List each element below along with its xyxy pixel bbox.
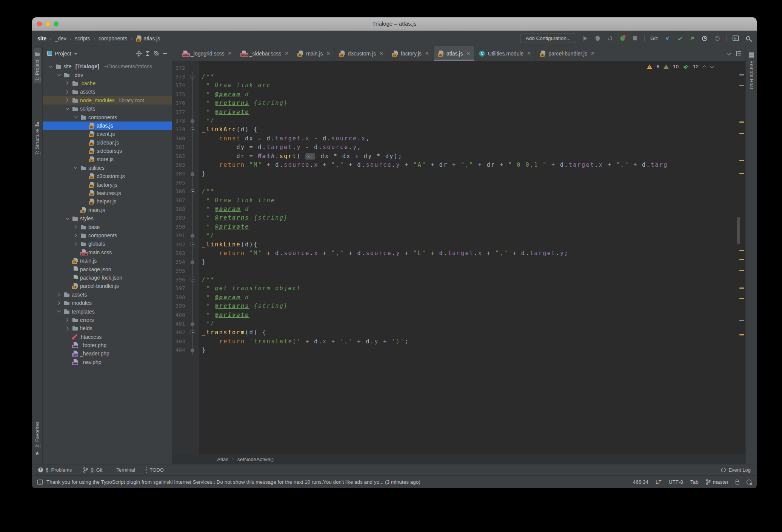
tree-item-styles[interactable]: styles (43, 214, 172, 223)
editor-tab-mainjs[interactable]: JSmain.js✕ (293, 46, 335, 61)
stripe-mark[interactable] (739, 320, 744, 321)
fold-start-icon[interactable] (191, 331, 194, 334)
tree-item-sidebarsjs[interactable]: JSsidebars.js (43, 147, 172, 155)
tree-item-assets[interactable]: assets (43, 88, 172, 96)
chevron-right-icon[interactable] (73, 241, 79, 247)
fold-gutter[interactable] (189, 293, 196, 301)
stripe-mark[interactable] (739, 250, 744, 251)
stripe-mark[interactable] (739, 121, 744, 123)
tree-item-helperjs[interactable]: JShelper.js (43, 197, 172, 206)
tree-item-components[interactable]: components (43, 113, 172, 121)
chevron-right-icon[interactable] (56, 300, 62, 306)
caret-position[interactable]: 466:34 (633, 479, 648, 485)
tree-item-_dev[interactable]: _dev (43, 71, 172, 79)
tree-item-site[interactable]: site[Trialoge]~/Documents/htdocs (43, 62, 172, 71)
editor-breadcrumb-item[interactable]: Atlas (217, 457, 228, 462)
tree-item-mainjs[interactable]: JSmain.js (43, 257, 172, 265)
stripe-mark[interactable] (739, 133, 744, 134)
breadcrumb-item-atlasjs[interactable]: JSatlas.js (136, 35, 160, 42)
chevron-down-icon[interactable] (73, 114, 79, 120)
fold-end-icon[interactable] (191, 322, 194, 326)
git-update-icon[interactable] (664, 35, 671, 42)
file-encoding[interactable]: UTF-8 (669, 479, 683, 485)
next-problem-icon[interactable] (710, 65, 714, 68)
fold-gutter[interactable] (189, 63, 196, 72)
close-tab-icon[interactable]: ✕ (527, 51, 531, 56)
fold-end-icon[interactable] (191, 119, 194, 123)
stop-icon[interactable] (632, 35, 639, 42)
editor-tab-factoryjs[interactable]: JSfactory.js✕ (388, 46, 434, 61)
editor-tab-d3customjs[interactable]: JSd3custom.js✕ (335, 46, 388, 61)
tree-item-factoryjs[interactable]: JSfactory.js (43, 180, 172, 189)
close-tab-icon[interactable]: ✕ (228, 51, 232, 56)
tool-stripe-project[interactable]: 1: Project (34, 48, 41, 83)
editor-tab-atlasjs[interactable]: JSatlas.js✕ (434, 46, 475, 61)
history-icon[interactable] (701, 35, 708, 42)
stripe-mark[interactable] (739, 270, 744, 271)
close-tab-icon[interactable]: ✕ (326, 51, 331, 56)
tree-item-cache[interactable]: .cache (43, 79, 172, 88)
code-area[interactable]: 372373/**374 * Draw link arc375 * @param… (172, 63, 736, 355)
tree-item-mainjs[interactable]: JSmain.js (43, 206, 172, 214)
tree-item-fields[interactable]: fields (43, 324, 172, 332)
git-branch-widget[interactable]: master (706, 479, 728, 485)
breadcrumb-item-site[interactable]: site (37, 35, 46, 42)
fold-gutter[interactable] (189, 258, 196, 266)
close-tab-icon[interactable]: ✕ (466, 51, 470, 56)
run-icon[interactable] (582, 35, 589, 42)
fold-gutter[interactable] (189, 204, 196, 213)
fold-gutter[interactable] (189, 302, 196, 311)
fold-gutter[interactable] (189, 160, 196, 169)
readonly-lock-icon[interactable] (736, 481, 739, 484)
gear-icon[interactable] (153, 51, 159, 57)
tree-item-mainscss[interactable]: SASSmain.scss (43, 248, 172, 257)
close-tab-icon[interactable]: ✕ (379, 51, 383, 56)
tree-item-featuresjs[interactable]: JSfeatures.js (43, 189, 172, 197)
fold-end-icon[interactable] (191, 172, 194, 176)
chevron-right-icon[interactable] (65, 317, 70, 323)
prev-problem-icon[interactable] (703, 65, 706, 68)
fold-gutter[interactable] (189, 240, 196, 249)
stripe-mark[interactable] (739, 173, 744, 174)
tab-list-icon[interactable] (736, 51, 741, 56)
rollback-icon[interactable] (714, 35, 720, 42)
tool-stripe-remote-host[interactable]: Remote Host (748, 50, 755, 92)
collapse-all-icon[interactable] (145, 51, 151, 57)
run-with-coverage-icon[interactable] (619, 35, 626, 42)
hide-panel-icon[interactable] (162, 51, 168, 57)
stripe-mark[interactable] (739, 85, 744, 86)
editor-tab-parcelbundlerjs[interactable]: JSparcel-bundler.js✕ (536, 46, 599, 61)
fold-gutter[interactable] (189, 222, 196, 231)
stripe-mark[interactable] (739, 298, 744, 299)
tree-item-_footerphp[interactable]: PHP_footer.php (43, 341, 172, 349)
git-commit-icon[interactable] (676, 35, 683, 42)
fold-gutter[interactable] (189, 214, 196, 222)
stripe-mark[interactable] (739, 259, 744, 260)
toolwindow-button-TODO[interactable]: TODO (146, 467, 164, 473)
tool-stripe-structure[interactable]: 7: Structure (34, 120, 41, 157)
git-push-icon[interactable] (689, 35, 696, 42)
tree-item-storejs[interactable]: JSstore.js (43, 155, 172, 163)
locate-file-icon[interactable] (136, 51, 142, 57)
titlebar[interactable]: Trialoge – atlas.js (32, 17, 757, 31)
stripe-mark[interactable] (739, 334, 744, 335)
fold-gutter[interactable] (189, 108, 196, 116)
run-anything-icon[interactable] (732, 35, 739, 42)
fold-start-icon[interactable] (191, 189, 194, 193)
tree-item-_headerphp[interactable]: PHP_header.php (43, 349, 172, 358)
fold-gutter[interactable] (189, 284, 196, 293)
chevron-down-icon[interactable] (73, 165, 79, 171)
fold-end-icon[interactable] (191, 260, 194, 264)
tree-item-_navphp[interactable]: PHP_nav.php (43, 358, 172, 366)
fold-gutter[interactable] (189, 187, 196, 195)
search-everywhere-icon[interactable] (745, 35, 751, 42)
breadcrumb-item-components[interactable]: components (99, 35, 127, 42)
fold-gutter[interactable] (189, 99, 196, 108)
chevron-down-icon[interactable] (56, 72, 62, 78)
fold-end-icon[interactable] (191, 348, 194, 352)
fold-gutter[interactable] (189, 178, 196, 187)
chevron-down-icon[interactable] (74, 53, 78, 55)
debug-icon[interactable] (594, 35, 601, 42)
tree-item-d3customjs[interactable]: JSd3custom.js (43, 172, 172, 180)
chevron-right-icon[interactable] (56, 292, 62, 297)
